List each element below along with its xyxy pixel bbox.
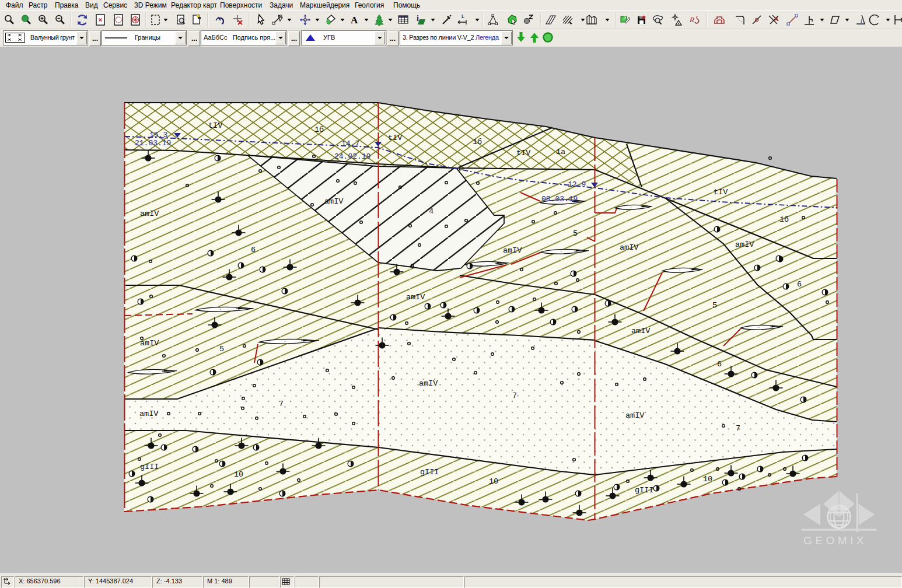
svg-text:12.9: 12.9 [568, 180, 586, 189]
svg-text:amIV: amIV [140, 209, 159, 218]
svg-text:7: 7 [279, 400, 284, 408]
svg-text:amIV: amIV [620, 243, 639, 252]
svg-text:amIV: amIV [406, 293, 425, 302]
svg-text:gIII: gIII [140, 463, 159, 471]
svg-text:10: 10 [489, 477, 498, 486]
svg-text:gIII: gIII [635, 486, 653, 495]
svg-text:amIV: amIV [140, 339, 159, 348]
svg-text:6: 6 [797, 280, 802, 289]
svg-text:5: 5 [219, 345, 224, 354]
svg-text:1б: 1б [314, 125, 324, 134]
svg-text:5: 5 [712, 301, 717, 310]
svg-text:15.3: 15.3 [149, 131, 167, 139]
svg-text:tIV: tIV [714, 188, 728, 197]
svg-text:A: A [351, 15, 358, 26]
svg-text:1б: 1б [473, 138, 482, 146]
svg-text:amIV: amIV [735, 240, 754, 249]
svg-text:amIV: amIV [631, 327, 651, 335]
svg-text:1б: 1б [779, 215, 789, 224]
svg-text:08.03.19: 08.03.19 [541, 195, 578, 204]
svg-text:tIV: tIV [388, 134, 403, 142]
svg-text:4: 4 [429, 207, 433, 216]
svg-text:7: 7 [736, 424, 740, 433]
svg-text:14.7: 14.7 [341, 139, 359, 148]
svg-text:amIV: amIV [324, 197, 344, 206]
svg-text:10: 10 [703, 475, 712, 484]
svg-text:i: i [417, 14, 419, 23]
svg-text:amIV: amIV [139, 410, 159, 418]
svg-text:5: 5 [573, 229, 578, 238]
svg-text:L: L [462, 13, 464, 19]
svg-text:10: 10 [234, 470, 243, 479]
svg-text:amIV: amIV [625, 411, 645, 420]
svg-text:6: 6 [717, 360, 722, 369]
svg-text:1a: 1a [556, 148, 565, 156]
svg-text:GEOMIX: GEOMIX [803, 534, 867, 547]
svg-text:7: 7 [512, 391, 517, 400]
svg-text:amIV: amIV [419, 379, 438, 388]
svg-text:gIII: gIII [420, 468, 439, 477]
svg-text:R: R [689, 15, 694, 24]
svg-text:i: i [861, 18, 862, 24]
svg-text:24.02.19: 24.02.19 [334, 152, 370, 161]
svg-text:6: 6 [251, 246, 256, 254]
svg-text:21.03.19: 21.03.19 [135, 139, 171, 148]
svg-text:amIV: amIV [503, 246, 522, 255]
svg-text:tIV: tIV [208, 121, 223, 130]
svg-text:tIV: tIV [516, 149, 531, 158]
